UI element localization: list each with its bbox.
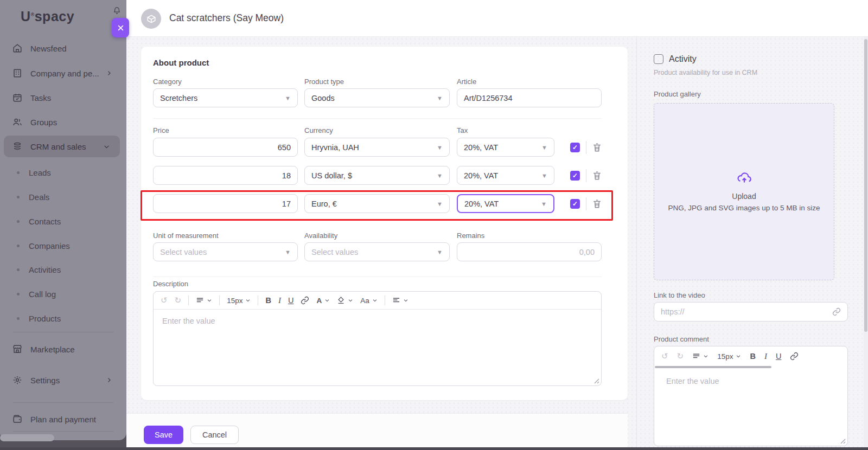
chevron-down-icon (103, 143, 110, 150)
sidebar-item-label: Company and pe... (30, 69, 99, 78)
sidebar-subitem-label: Leads (29, 168, 51, 177)
line-height-dropdown[interactable] (692, 352, 709, 361)
text-color-icon: A (316, 297, 322, 305)
tax-select-row2[interactable]: 20%, VAT▼ (457, 166, 554, 185)
price-input-row2[interactable]: 18 (153, 166, 298, 185)
sidebar-item-call-log[interactable]: Call log (0, 288, 126, 299)
description-toolbar: ↺ ↻ 15px B I U A (154, 292, 601, 310)
highlight-color-dropdown[interactable] (337, 297, 353, 305)
sidebar-item-label: Marketplace (30, 345, 75, 354)
redo-icon[interactable]: ↻ (175, 295, 182, 305)
chevron-right-icon (106, 377, 112, 383)
page-title: Cat scratchers (Say Meow) (169, 12, 284, 24)
bold-button[interactable]: B (750, 352, 755, 361)
font-size-dropdown[interactable]: 15px (717, 352, 741, 361)
sidebar-subitem-label: Products (29, 314, 61, 323)
sidebar-item-marketplace[interactable]: Marketplace (0, 343, 126, 355)
price-input-row1[interactable]: 650 (153, 138, 298, 157)
calendar-icon (12, 93, 22, 102)
currency-select-row2[interactable]: US dollar, $▼ (304, 166, 450, 185)
sidebar-subitem-label: Activities (29, 265, 61, 274)
resize-handle-icon[interactable] (594, 378, 599, 384)
description-editor[interactable]: ↺ ↻ 15px B I U A (153, 291, 602, 386)
caret-down-icon: ▼ (437, 144, 443, 151)
sidebar-item-label: Plan and payment (30, 415, 96, 424)
home-icon (12, 43, 22, 53)
sidebar-item-deals[interactable]: Deals (0, 191, 126, 202)
activity-checkbox[interactable] (654, 54, 663, 64)
sidebar-item-company[interactable]: Company and pe... (0, 67, 126, 79)
sidebar-item-leads[interactable]: Leads (0, 167, 126, 178)
undo-icon[interactable]: ↺ (161, 295, 168, 305)
tax-select-row1[interactable]: 20%, VAT▼ (457, 138, 554, 157)
modal-close-button[interactable] (112, 18, 129, 37)
currency-value: US dollar, $ (311, 171, 352, 180)
caret-down-icon: ▼ (437, 172, 443, 179)
category-select[interactable]: Scretchers▼ (153, 88, 298, 107)
page-scrollbar-thumb[interactable] (864, 39, 867, 332)
sidebar-item-label: Settings (30, 376, 60, 385)
uspacy-logo[interactable]: U®spacy (21, 9, 74, 24)
line-height-icon (692, 352, 700, 361)
video-link-input[interactable]: https:// (654, 302, 848, 322)
comment-toolbar: ↺ ↻ 15px B I U (654, 346, 847, 366)
italic-button[interactable]: I (764, 352, 767, 361)
product-type-select[interactable]: Goods▼ (304, 88, 450, 107)
caret-down-icon: ▼ (285, 249, 291, 255)
sidebar-item-tasks[interactable]: Tasks (0, 92, 126, 104)
resize-handle-icon[interactable] (840, 439, 846, 444)
remains-input[interactable]: 0,00 (457, 242, 602, 261)
italic-button[interactable]: I (278, 296, 281, 305)
trash-icon-row1[interactable] (592, 142, 602, 152)
sidebar-item-plan-and-payment[interactable]: Plan and payment (0, 413, 126, 425)
underline-button[interactable]: U (288, 296, 293, 305)
font-size-dropdown[interactable]: 15px (227, 297, 251, 305)
bold-button[interactable]: B (265, 296, 271, 305)
bullet-icon (17, 171, 20, 174)
chevron-down-icon (348, 298, 353, 303)
redo-icon[interactable]: ↻ (677, 351, 684, 361)
wallet-icon (12, 414, 22, 424)
comment-editor[interactable]: ↺ ↻ 15px B I U Enter the value (654, 346, 848, 446)
sidebar-item-contacts[interactable]: Contacts (0, 216, 126, 227)
currency-select-row1[interactable]: Hryvnia, UAH▼ (304, 138, 450, 157)
save-button[interactable]: Save (144, 426, 183, 444)
trash-icon-row2[interactable] (592, 170, 602, 181)
bullet-icon (17, 245, 20, 247)
category-label: Category (153, 78, 182, 86)
fill-color-icon (337, 297, 345, 305)
availability-select[interactable]: Select values▼ (304, 242, 450, 261)
upload-dropzone[interactable]: Upload PNG, JPG and SVG images up to 5 M… (654, 103, 834, 280)
notification-bell-icon[interactable] (113, 7, 121, 15)
underline-button[interactable]: U (776, 352, 781, 361)
divider (219, 295, 220, 305)
price-active-checkbox-row1[interactable]: ✓ (570, 143, 580, 152)
description-placeholder: Enter the value (154, 310, 601, 332)
line-height-dropdown[interactable] (196, 297, 212, 305)
sidebar-item-products[interactable]: Products (0, 313, 126, 324)
caret-down-icon: ▼ (437, 249, 443, 255)
sidebar-item-crm-and-sales[interactable]: CRM and sales (4, 136, 120, 157)
link-icon[interactable] (790, 352, 799, 361)
text-color-dropdown[interactable]: A (316, 297, 330, 305)
undo-icon[interactable]: ↺ (661, 351, 668, 361)
unit-select[interactable]: Select values▼ (153, 242, 298, 261)
align-dropdown[interactable] (392, 297, 409, 305)
text-style-dropdown[interactable]: Aa (360, 297, 378, 305)
link-icon[interactable] (301, 296, 309, 305)
article-input[interactable]: Art/D1256734 (457, 88, 602, 107)
window-bottom-edge (0, 447, 868, 450)
sidebar-item-activities[interactable]: Activities (0, 264, 126, 275)
chevron-down-icon (324, 298, 330, 303)
close-icon (117, 24, 125, 32)
sidebar-item-label: Tasks (30, 93, 51, 102)
sidebar-item-newsfeed[interactable]: Newsfeed (0, 42, 126, 54)
sidebar-item-companies[interactable]: Companies (0, 240, 126, 251)
sidebar-item-groups[interactable]: Groups (0, 116, 126, 128)
sidebar-item-settings[interactable]: Settings (0, 374, 126, 386)
cancel-button[interactable]: Cancel (190, 426, 239, 444)
sidebar-scrollbar[interactable] (0, 434, 54, 441)
price-active-checkbox-row2[interactable]: ✓ (570, 171, 580, 181)
chevron-down-icon (207, 298, 212, 303)
price-value: 650 (278, 143, 291, 152)
